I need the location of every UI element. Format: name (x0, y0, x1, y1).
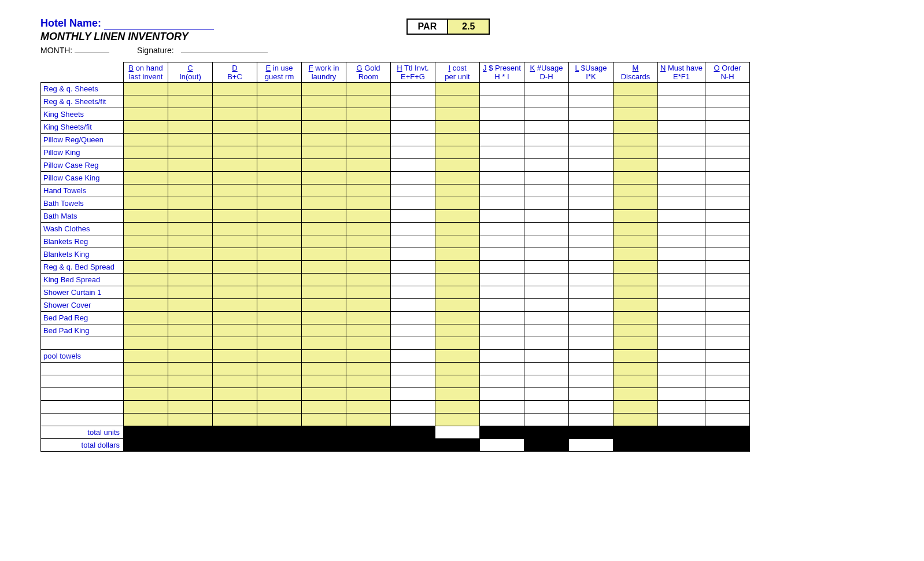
cell[interactable] (480, 223, 524, 235)
cell[interactable] (480, 324, 524, 337)
cell[interactable] (302, 235, 346, 248)
cell[interactable] (705, 299, 749, 312)
cell[interactable] (435, 324, 480, 337)
cell[interactable] (213, 121, 257, 134)
cell[interactable] (346, 172, 391, 184)
cell[interactable] (613, 324, 658, 337)
cell[interactable] (613, 146, 658, 159)
cell[interactable] (705, 363, 749, 375)
cell[interactable] (213, 108, 257, 121)
cell[interactable] (213, 324, 257, 337)
cell[interactable] (213, 146, 257, 159)
cell[interactable] (302, 134, 346, 146)
cell[interactable] (569, 375, 613, 388)
cell[interactable] (302, 350, 346, 363)
cell[interactable] (391, 108, 435, 121)
cell[interactable] (524, 235, 569, 248)
cell[interactable] (391, 223, 435, 235)
cell[interactable] (124, 337, 168, 350)
cell[interactable] (524, 375, 569, 388)
cell[interactable] (658, 95, 705, 108)
cell[interactable] (658, 299, 705, 312)
cell[interactable] (213, 274, 257, 286)
cell[interactable] (480, 184, 524, 197)
cell[interactable] (705, 388, 749, 401)
cell[interactable] (168, 146, 213, 159)
cell[interactable] (302, 184, 346, 197)
cell[interactable] (168, 121, 213, 134)
cell[interactable] (302, 401, 346, 414)
cell[interactable] (257, 159, 302, 172)
cell[interactable] (391, 388, 435, 401)
cell[interactable] (213, 83, 257, 95)
cell[interactable] (613, 121, 658, 134)
cell[interactable] (569, 324, 613, 337)
cell[interactable] (124, 261, 168, 274)
cell[interactable] (391, 146, 435, 159)
cell[interactable] (435, 350, 480, 363)
cell[interactable] (213, 375, 257, 388)
cell[interactable] (658, 197, 705, 210)
month-field[interactable] (75, 45, 109, 53)
cell[interactable] (705, 235, 749, 248)
cell[interactable] (302, 108, 346, 121)
cell[interactable] (213, 312, 257, 324)
cell[interactable] (435, 210, 480, 223)
cell[interactable] (213, 95, 257, 108)
cell[interactable] (124, 324, 168, 337)
cell[interactable] (569, 210, 613, 223)
cell[interactable] (705, 210, 749, 223)
cell[interactable] (569, 401, 613, 414)
cell[interactable] (391, 261, 435, 274)
cell[interactable] (168, 312, 213, 324)
cell[interactable] (613, 197, 658, 210)
cell[interactable] (435, 261, 480, 274)
cell[interactable] (613, 172, 658, 184)
cell[interactable] (124, 235, 168, 248)
cell[interactable] (257, 134, 302, 146)
cell[interactable] (391, 134, 435, 146)
cell[interactable] (213, 299, 257, 312)
cell[interactable] (705, 375, 749, 388)
cell[interactable] (124, 197, 168, 210)
par-value[interactable]: 2.5 (448, 20, 489, 34)
cell[interactable] (613, 375, 658, 388)
cell[interactable] (124, 414, 168, 426)
cell[interactable] (569, 363, 613, 375)
cell[interactable] (480, 299, 524, 312)
cell[interactable] (124, 363, 168, 375)
cell[interactable] (435, 274, 480, 286)
cell[interactable] (213, 223, 257, 235)
cell[interactable] (302, 159, 346, 172)
cell[interactable] (569, 235, 613, 248)
cell[interactable] (705, 261, 749, 274)
cell[interactable] (257, 299, 302, 312)
cell[interactable] (391, 299, 435, 312)
cell[interactable] (480, 350, 524, 363)
cell[interactable] (168, 414, 213, 426)
cell[interactable] (346, 324, 391, 337)
cell[interactable] (569, 388, 613, 401)
cell[interactable] (346, 388, 391, 401)
cell[interactable] (257, 223, 302, 235)
cell[interactable] (613, 299, 658, 312)
cell[interactable] (257, 324, 302, 337)
cell[interactable] (257, 312, 302, 324)
cell[interactable] (168, 184, 213, 197)
cell[interactable] (346, 337, 391, 350)
cell[interactable] (569, 146, 613, 159)
cell[interactable] (658, 375, 705, 388)
cell[interactable] (346, 363, 391, 375)
cell[interactable] (391, 235, 435, 248)
cell[interactable] (346, 184, 391, 197)
cell[interactable] (524, 248, 569, 261)
cell[interactable] (346, 414, 391, 426)
cell[interactable] (524, 184, 569, 197)
cell[interactable] (658, 414, 705, 426)
cell[interactable] (480, 312, 524, 324)
cell[interactable] (124, 388, 168, 401)
cell[interactable] (346, 248, 391, 261)
cell[interactable] (435, 223, 480, 235)
cell[interactable] (658, 350, 705, 363)
cell[interactable] (124, 248, 168, 261)
